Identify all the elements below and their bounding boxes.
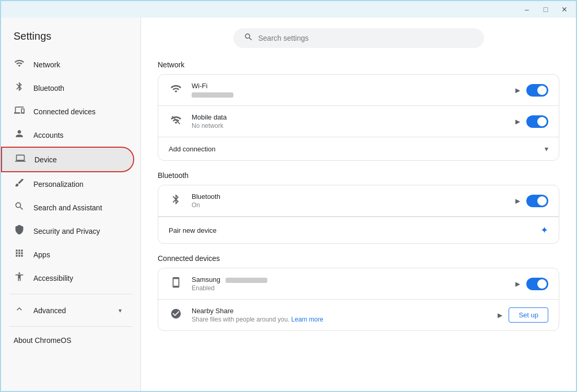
mobile-data-chevron: ▶ — [515, 118, 520, 125]
sidebar-item-apps[interactable]: Apps — [1, 243, 134, 266]
samsung-actions: ▶ — [515, 278, 548, 290]
bluetooth-card: Bluetooth On ▶ Pair new device ✦ — [158, 185, 559, 244]
mobile-data-title: Mobile data — [192, 113, 507, 121]
wifi-sub: ●●●●●●●●●● — [192, 91, 507, 98]
mobile-data-toggle[interactable] — [526, 115, 548, 128]
pair-new-device-row[interactable]: Pair new device ✦ — [158, 217, 559, 243]
laptop-icon — [15, 153, 26, 166]
samsung-content: Samsung ●●●●●● Enabled — [192, 276, 507, 292]
sidebar-item-bluetooth-label: Bluetooth — [33, 84, 64, 92]
sidebar-item-accounts[interactable]: Accounts — [1, 123, 134, 147]
sidebar-item-personalization-label: Personalization — [33, 180, 84, 188]
wifi-toggle-knob — [537, 86, 547, 95]
mobile-data-content: Mobile data No network — [192, 113, 507, 129]
minimize-button[interactable]: – — [522, 5, 532, 14]
nearby-share-actions: ▶ Set up — [498, 307, 548, 323]
samsung-title: Samsung ●●●●●● — [192, 276, 507, 283]
wifi-actions: ▶ — [515, 84, 548, 97]
sidebar-item-about[interactable]: About ChromeOS — [1, 331, 134, 350]
sidebar-item-about-label: About ChromeOS — [14, 336, 72, 345]
bluetooth-toggle[interactable] — [526, 195, 548, 207]
bluetooth-chevron: ▶ — [515, 197, 520, 205]
wifi-toggle[interactable] — [526, 84, 548, 97]
samsung-row[interactable]: Samsung ●●●●●● Enabled ▶ — [158, 268, 559, 300]
wifi-row-content: Wi-Fi ●●●●●●●●●● — [192, 82, 507, 98]
sidebar-item-security-privacy-label: Security and Privacy — [33, 227, 100, 235]
bluetooth-add-icon: ✦ — [540, 224, 548, 236]
sidebar-item-search-assistant[interactable]: Search and Assistant — [1, 196, 134, 219]
add-connection-label: Add connection — [169, 145, 536, 153]
nearby-share-sub: Share files with people around you. Lear… — [192, 316, 489, 323]
search-nav-icon — [14, 201, 25, 214]
devices-icon — [14, 105, 25, 118]
setup-button[interactable]: Set up — [509, 307, 548, 323]
learn-more-link[interactable]: Learn more — [291, 316, 323, 323]
bluetooth-row-sub: On — [192, 201, 507, 209]
maximize-button[interactable]: □ — [540, 5, 551, 14]
sidebar-divider — [9, 294, 132, 294]
samsung-toggle-knob — [537, 279, 547, 289]
nearby-share-title: Nearby Share — [192, 307, 489, 315]
samsung-sub: Enabled — [192, 284, 507, 292]
wifi-chevron: ▶ — [515, 87, 520, 94]
mobile-data-sub: No network — [192, 122, 507, 129]
mobile-data-icon — [169, 114, 183, 128]
brush-icon — [14, 177, 25, 191]
sidebar-item-apps-label: Apps — [33, 251, 50, 259]
advanced-icon — [14, 304, 25, 317]
sidebar-item-device-label: Device — [34, 156, 57, 164]
samsung-toggle[interactable] — [526, 278, 548, 290]
sidebar-item-device[interactable]: Device — [1, 147, 134, 172]
sidebar-item-accessibility-label: Accessibility — [33, 274, 73, 282]
sidebar-item-security-privacy[interactable]: Security and Privacy — [1, 219, 134, 243]
nearby-share-content: Nearby Share Share files with people aro… — [192, 307, 489, 323]
search-bar-wrap — [158, 28, 559, 48]
connected-devices-section-title: Connected devices — [158, 254, 559, 263]
bluetooth-section-title: Bluetooth — [158, 171, 559, 180]
sidebar-divider-2 — [9, 326, 132, 327]
wifi-row[interactable]: Wi-Fi ●●●●●●●●●● ▶ — [158, 75, 559, 106]
sidebar-item-personalization[interactable]: Personalization — [1, 172, 134, 196]
sidebar-item-advanced[interactable]: Advanced — [1, 299, 134, 322]
main-content: Network Wi-Fi ●●●●●●●●●● ▶ — [141, 18, 576, 392]
sidebar: Settings Network Bluetooth Connected dev… — [1, 18, 141, 392]
bluetooth-icon — [14, 81, 25, 94]
add-connection-row[interactable]: Add connection ▾ — [158, 137, 559, 160]
wifi-icon — [14, 58, 25, 71]
mobile-data-actions: ▶ — [515, 115, 548, 128]
nearby-share-icon — [169, 308, 183, 322]
person-icon — [14, 128, 25, 141]
search-input[interactable] — [258, 34, 474, 42]
bluetooth-row-content: Bluetooth On — [192, 193, 507, 209]
sidebar-item-accounts-label: Accounts — [33, 131, 64, 139]
sidebar-item-search-assistant-label: Search and Assistant — [33, 204, 102, 212]
sidebar-item-bluetooth[interactable]: Bluetooth — [1, 76, 134, 100]
network-section-title: Network — [158, 61, 559, 69]
mobile-data-row[interactable]: Mobile data No network ▶ — [158, 106, 559, 137]
sidebar-item-connected-devices-label: Connected devices — [33, 108, 96, 116]
bluetooth-row-title: Bluetooth — [192, 193, 507, 200]
sidebar-item-accessibility[interactable]: Accessibility — [1, 266, 134, 290]
pair-new-device-label: Pair new device — [169, 227, 532, 234]
sidebar-item-connected-devices[interactable]: Connected devices — [1, 100, 134, 123]
wifi-row-icon — [169, 83, 183, 97]
add-connection-chevron: ▾ — [545, 145, 548, 153]
network-card: Wi-Fi ●●●●●●●●●● ▶ Mobile data No netw — [158, 74, 559, 161]
app-container: Settings Network Bluetooth Connected dev… — [1, 18, 576, 392]
search-bar — [233, 28, 484, 48]
sidebar-item-network[interactable]: Network — [1, 53, 134, 76]
nearby-share-row[interactable]: Nearby Share Share files with people aro… — [158, 300, 559, 330]
bluetooth-toggle-knob — [537, 196, 547, 206]
title-bar: – □ ✕ — [1, 1, 576, 18]
samsung-icon — [169, 277, 183, 291]
sidebar-item-advanced-label: Advanced — [33, 306, 66, 315]
bluetooth-row-icon — [169, 194, 183, 208]
sidebar-item-network-label: Network — [33, 61, 60, 69]
bluetooth-row[interactable]: Bluetooth On ▶ — [158, 185, 559, 217]
grid-icon — [14, 248, 25, 261]
close-button[interactable]: ✕ — [559, 5, 570, 14]
accessibility-icon — [14, 271, 25, 284]
search-icon — [244, 32, 253, 44]
samsung-chevron: ▶ — [515, 280, 520, 288]
connected-devices-card: Samsung ●●●●●● Enabled ▶ — [158, 268, 559, 331]
